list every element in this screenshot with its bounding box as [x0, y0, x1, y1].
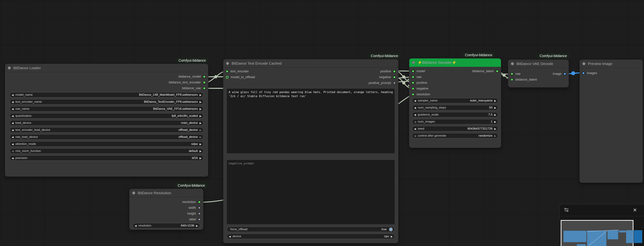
minimap-settings-icon[interactable] — [564, 207, 570, 214]
right-arrow-icon[interactable]: ▶ — [390, 235, 393, 238]
left-arrow-icon[interactable]: ◀ — [12, 94, 14, 96]
right-arrow-icon[interactable]: ▶ — [494, 135, 496, 137]
output-dot[interactable] — [564, 72, 566, 75]
widget-seed[interactable]: ◀ seed 604364377321728 ▶ — [412, 126, 498, 131]
right-arrow-icon[interactable]: ▶ — [200, 143, 202, 145]
widget-rms-norm-function[interactable]: ◀ rms_norm_function default ▶ — [10, 148, 204, 154]
widget-device[interactable]: ◀ device cpu ▶ — [227, 234, 395, 239]
input-dot[interactable] — [412, 93, 414, 96]
input-dot[interactable] — [412, 76, 414, 78]
widget-num-sampling-steps[interactable]: ◀ num_sampling_steps 50 ▶ — [412, 105, 498, 110]
output-dot[interactable] — [198, 218, 201, 221]
positive-prompt-textarea[interactable]: A wine glass full of tiny red pandas wea… — [227, 89, 395, 153]
output-dot[interactable] — [198, 212, 201, 215]
left-arrow-icon[interactable]: ◀ — [12, 129, 14, 131]
left-arrow-icon[interactable]: ◀ — [12, 122, 14, 124]
widget-control-after-generate[interactable]: ◀ control after generate randomize ▶ — [412, 133, 498, 138]
output-dot[interactable] — [203, 87, 206, 90]
left-arrow-icon[interactable]: ◀ — [12, 150, 14, 152]
node-bitdance-sampler[interactable]: ⚡BitDance Sampler⚡ model bitdance_latent… — [409, 58, 501, 148]
right-arrow-icon[interactable]: ▶ — [200, 115, 202, 117]
output-port: height — [187, 212, 201, 216]
collapse-dot-icon[interactable] — [226, 62, 229, 65]
right-arrow-icon[interactable]: ▶ — [200, 94, 202, 96]
right-arrow-icon[interactable]: ▶ — [200, 108, 202, 110]
output-dot[interactable] — [203, 81, 206, 84]
right-arrow-icon[interactable]: ▶ — [200, 150, 202, 152]
input-dot[interactable] — [511, 72, 513, 75]
port-label: bitdance_model — [178, 75, 201, 78]
collapse-dot-icon[interactable] — [132, 192, 135, 194]
output-dot[interactable] — [393, 76, 396, 78]
left-arrow-icon[interactable]: ◀ — [414, 99, 416, 102]
widget-force-offload[interactable]: force_offload true — [227, 227, 395, 232]
left-arrow-icon[interactable]: ◀ — [414, 127, 416, 130]
node-bitdance-text-encode-cached[interactable]: BitDance Text Encode Cached text_encoder… — [223, 59, 398, 243]
widget-load-device[interactable]: ◀ load_device main_device ▶ — [10, 120, 204, 126]
input-dot[interactable] — [226, 76, 228, 79]
input-dot[interactable] — [412, 70, 414, 72]
widget-text-encoder-load-device[interactable]: ◀ text_encoder_load_device offload_devic… — [10, 127, 204, 133]
node-preview-image[interactable]: Preview Image images — [580, 59, 643, 183]
left-arrow-icon[interactable]: ◀ — [414, 113, 416, 116]
left-arrow-icon[interactable]: ◀ — [12, 143, 14, 145]
right-arrow-icon[interactable]: ▶ — [200, 157, 202, 159]
collapse-dot-icon[interactable] — [412, 61, 415, 64]
right-arrow-icon[interactable]: ▶ — [200, 122, 202, 124]
widget-num-images[interactable]: ◀ num_images 1 ▶ — [412, 119, 498, 124]
output-dot[interactable] — [203, 75, 206, 78]
widget-text-encoder-name[interactable]: ◀ text_encoder_name BitDance_TextEncoder… — [10, 99, 204, 104]
minimap-close-icon[interactable]: ✕ — [633, 208, 637, 213]
widget-attention-mode[interactable]: ◀ attention_mode sdpa ▶ — [10, 141, 204, 147]
right-arrow-icon[interactable]: ▶ — [494, 127, 496, 130]
node-bitdance-resolution[interactable]: BitDance Resolution resolution width hei… — [129, 189, 203, 230]
left-arrow-icon[interactable]: ◀ — [12, 157, 14, 159]
left-arrow-icon[interactable]: ◀ — [414, 120, 416, 123]
collapse-dot-icon[interactable] — [8, 66, 11, 69]
widget-vae-name[interactable]: ◀ vae_name BitDance_VAE_FP16.safetensors… — [10, 106, 204, 111]
input-dot[interactable] — [582, 72, 585, 74]
right-arrow-icon[interactable]: ▶ — [494, 99, 496, 102]
collapse-dot-icon[interactable] — [511, 62, 514, 65]
collapse-dot-icon[interactable] — [582, 62, 585, 65]
right-arrow-icon[interactable]: ▶ — [494, 120, 496, 123]
left-arrow-icon[interactable]: ◀ — [414, 135, 416, 137]
left-arrow-icon[interactable]: ◀ — [229, 235, 231, 238]
left-arrow-icon[interactable]: ◀ — [134, 225, 137, 227]
input-dot[interactable] — [511, 78, 513, 81]
minimap-panel[interactable]: ✕ — [560, 204, 644, 246]
widget-precision[interactable]: ◀ precision bf16 ▶ — [10, 155, 204, 161]
input-dot[interactable] — [226, 70, 228, 73]
input-dot[interactable] — [412, 81, 414, 84]
right-arrow-icon[interactable]: ▶ — [200, 101, 202, 103]
right-arrow-icon[interactable]: ▶ — [494, 113, 496, 116]
left-arrow-icon[interactable]: ◀ — [12, 136, 14, 138]
widget-sampler-name[interactable]: ◀ sampler_name euler_maruyama ▶ — [412, 98, 498, 103]
widget-vae-load-device[interactable]: ◀ vae_load_device offload_device ▶ — [10, 134, 204, 140]
node-bitdance-loader[interactable]: BitDance Loader bitdance_model bitdance_… — [5, 64, 208, 177]
widget-resolution[interactable]: ◀ resolution 640×1536 ▶ — [133, 223, 200, 228]
widget-model-name[interactable]: ◀ model_name BitDance_14B_MainModel_FP8.… — [10, 92, 204, 97]
left-arrow-icon[interactable]: ◀ — [12, 115, 14, 117]
right-arrow-icon[interactable]: ▶ — [200, 136, 202, 138]
left-arrow-icon[interactable]: ◀ — [12, 108, 14, 110]
right-arrow-icon[interactable]: ▶ — [494, 106, 496, 109]
right-arrow-icon[interactable]: ▶ — [200, 129, 202, 131]
toggle-icon[interactable] — [389, 228, 393, 231]
left-arrow-icon[interactable]: ◀ — [12, 101, 14, 103]
widget-quantization[interactable]: ◀ quantization fp8_e4m3fn_scaled ▶ — [10, 113, 204, 119]
right-arrow-icon[interactable]: ▶ — [196, 225, 198, 227]
negative-prompt-textarea[interactable] — [227, 160, 395, 224]
comfyui-canvas[interactable]: { "badge": "Comfyui-bitdance", "icons": … — [0, 0, 644, 246]
widget-value: 1 — [437, 120, 492, 123]
left-arrow-icon[interactable]: ◀ — [414, 106, 416, 109]
output-dot[interactable] — [393, 82, 396, 84]
node-bitdance-vae-decode[interactable]: BitDance VAE Decode vae image bitdance_l… — [508, 59, 569, 87]
output-dot[interactable] — [496, 70, 498, 72]
output-dot[interactable] — [198, 207, 201, 209]
output-dot[interactable] — [198, 201, 201, 203]
output-dot[interactable] — [393, 70, 396, 73]
widget-guidance-scale[interactable]: ◀ guidance_scale 7.5 ▶ — [412, 112, 498, 117]
node-title: BitDance VAE Decode — [516, 62, 553, 66]
input-dot[interactable] — [412, 87, 414, 90]
